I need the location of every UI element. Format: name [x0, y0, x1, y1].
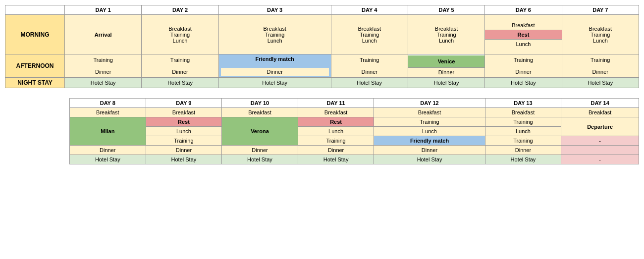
- day10-breakfast-row: Breakfast: [222, 108, 298, 117]
- milan-text: Milan: [101, 128, 114, 134]
- day4-morning: Breakfast Training Lunch: [331, 15, 408, 54]
- afternoon-label: AFTERNOON: [5, 54, 65, 78]
- day6-morning: Breakfast Rest Lunch: [485, 15, 562, 54]
- day1-afternoon: Training Dinner: [65, 54, 142, 78]
- day4-afternoon: Training Dinner: [331, 54, 408, 78]
- day14-dinner-dash: [561, 146, 639, 155]
- day4-nightstay: Hotel Stay: [331, 78, 408, 88]
- day2-breakfast: Breakfast: [168, 26, 191, 32]
- day10-dinner: Dinner: [222, 146, 298, 155]
- day9-lunch: Lunch: [146, 127, 222, 136]
- day9-breakfast-row: Breakfast: [146, 108, 222, 117]
- day9-training-pm: Training: [146, 136, 222, 146]
- day13-breakfast-row: Breakfast: [485, 108, 561, 117]
- day2-morning: Breakfast Training Lunch: [142, 15, 218, 54]
- day11-nightstay: Hotel Stay: [298, 155, 374, 164]
- day6-training-af: Training: [514, 57, 533, 63]
- day7-nightstay: Hotel Stay: [562, 78, 639, 88]
- day7-morning: Breakfast Training Lunch: [562, 15, 639, 54]
- table-week1: DAY 1 DAY 2 DAY 3 DAY 4 DAY 5 DAY 6 DAY …: [5, 5, 639, 88]
- day3-friendly-match: Friendly match Dinner: [218, 54, 331, 78]
- day8-milan: Milan: [70, 117, 146, 146]
- day5-venice: Venice Dinner: [408, 54, 484, 78]
- day13-header: DAY 13: [485, 99, 561, 108]
- day8-dinner: Dinner: [70, 146, 146, 155]
- day7-training: Training: [590, 32, 610, 38]
- schedule-container: DAY 1 DAY 2 DAY 3 DAY 4 DAY 5 DAY 6 DAY …: [5, 5, 639, 164]
- day2-lunch: Lunch: [173, 38, 188, 44]
- day4-training: Training: [360, 32, 379, 38]
- day12-friendly-match-text: Friendly match: [410, 138, 449, 144]
- day2-training: Training: [170, 32, 190, 38]
- day11-rest: Rest: [298, 117, 374, 127]
- day7-dinner: Dinner: [592, 69, 608, 75]
- day12-friendly-match: Friendly match: [374, 136, 485, 146]
- day11-training-pm: Training: [298, 136, 374, 146]
- nightstay-label: NIGHT STAY: [5, 78, 65, 88]
- day12-header: DAY 12: [374, 99, 485, 108]
- day13-lunch: Lunch: [485, 127, 561, 136]
- day12-nightstay: Hotel Stay: [374, 155, 485, 164]
- day3-lunch: Lunch: [268, 38, 282, 44]
- day3-nightstay: Hotel Stay: [218, 78, 331, 88]
- day8-header: DAY 8: [70, 99, 146, 108]
- day1-nightstay: Hotel Stay: [65, 78, 142, 88]
- morning-label: MORNING: [5, 15, 65, 54]
- day7-afternoon: Training Dinner: [562, 54, 639, 78]
- day13-training-pm: Training: [485, 136, 561, 146]
- departure-text: Departure: [587, 124, 613, 130]
- day8-breakfast-row: Breakfast: [70, 108, 146, 117]
- day9-rest: Rest: [146, 117, 222, 127]
- day14-header: DAY 14: [561, 99, 639, 108]
- day10-header: DAY 10: [222, 99, 298, 108]
- day3-breakfast: Breakfast: [263, 26, 286, 32]
- day13-training: Training: [485, 117, 561, 127]
- day4-header: DAY 4: [331, 5, 408, 15]
- day1-morning: Arrival: [65, 15, 142, 54]
- day8-nightstay: Hotel Stay: [70, 155, 146, 164]
- day11-dinner: Dinner: [298, 146, 374, 155]
- day14-breakfast-row: Breakfast: [561, 108, 639, 117]
- day5-nightstay: Hotel Stay: [408, 78, 484, 88]
- day6-header: DAY 6: [485, 5, 562, 15]
- day9-nightstay: Hotel Stay: [146, 155, 222, 164]
- day6-dinner: Dinner: [515, 69, 531, 75]
- table-week2: DAY 8 DAY 9 DAY 10 DAY 11 DAY 12 DAY 13 …: [69, 98, 639, 164]
- day3-training: Training: [265, 32, 284, 38]
- day6-nightstay: Hotel Stay: [485, 78, 562, 88]
- day5-breakfast: Breakfast: [435, 26, 458, 32]
- day7-header: DAY 7: [562, 5, 639, 15]
- day2-nightstay: Hotel Stay: [142, 78, 218, 88]
- day4-dinner: Dinner: [362, 69, 377, 75]
- day2-training-af: Training: [170, 57, 190, 63]
- day12-dinner: Dinner: [374, 146, 485, 155]
- day12-training: Training: [374, 117, 485, 127]
- day14-dash1: -: [561, 136, 639, 146]
- day13-dinner: Dinner: [485, 146, 561, 155]
- day9-header: DAY 9: [146, 99, 222, 108]
- day5-header: DAY 5: [408, 5, 484, 15]
- day12-breakfast-row: Breakfast: [374, 108, 485, 117]
- day14-departure: Departure: [561, 117, 639, 136]
- day9-dinner: Dinner: [146, 146, 222, 155]
- day3-header: DAY 3: [218, 5, 331, 15]
- verona-text: Verona: [251, 128, 269, 134]
- day2-header: DAY 2: [142, 5, 218, 15]
- day6-afternoon: Training Dinner: [485, 54, 562, 78]
- day12-lunch: Lunch: [374, 127, 485, 136]
- day11-breakfast-row: Breakfast: [298, 108, 374, 117]
- day10-verona: Verona: [222, 117, 298, 146]
- day5-training: Training: [436, 32, 456, 38]
- day1-header: DAY 1: [65, 5, 142, 15]
- day3-morning: Breakfast Training Lunch: [218, 15, 331, 54]
- day4-lunch: Lunch: [362, 38, 377, 44]
- day7-breakfast: Breakfast: [589, 26, 612, 32]
- day7-training-af: Training: [590, 57, 610, 63]
- day10-nightstay: Hotel Stay: [222, 155, 298, 164]
- day5-lunch: Lunch: [439, 38, 454, 44]
- day3-friendly-match-text: Friendly match: [255, 56, 294, 62]
- day5-morning: Breakfast Training Lunch: [408, 15, 484, 54]
- day4-training-af: Training: [360, 57, 379, 63]
- day2-dinner: Dinner: [172, 69, 188, 75]
- day1-training-af: Training: [94, 57, 113, 63]
